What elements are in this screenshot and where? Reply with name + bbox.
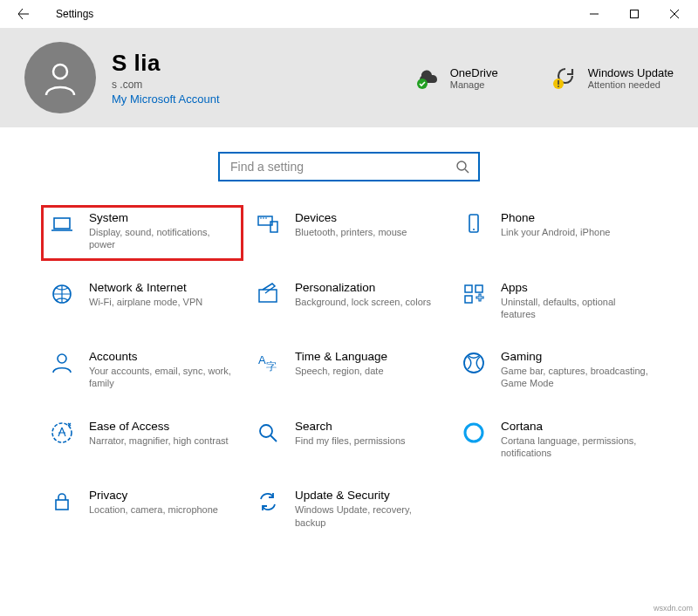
svg-point-20 [464,353,483,373]
category-desc: Display, sound, notifications, power [89,226,237,251]
devices-icon [255,211,281,237]
svg-point-1 [53,65,67,79]
category-cortana[interactable]: CortanaCortana language, permissions, no… [461,420,649,460]
update-icon [551,65,579,90]
category-privacy[interactable]: PrivacyLocation, camera, microphone [49,489,237,529]
category-desc: Narrator, magnifier, high contrast [89,435,229,447]
svg-point-22 [260,425,272,437]
svg-rect-16 [465,296,472,303]
category-desc: Link your Android, iPhone [501,226,610,238]
search-input[interactable] [229,159,448,175]
category-title: Cortana [501,420,649,433]
search-icon [255,420,281,446]
category-desc: Find my files, permissions [295,435,406,447]
svg-text:字: 字 [266,360,277,373]
close-button[interactable] [654,0,695,28]
category-title: Network & Internet [89,281,202,294]
category-title: Apps [501,281,649,294]
arrow-left-icon [17,8,30,20]
language-icon: A字 [255,350,281,376]
ms-account-link[interactable]: My Microsoft Account [112,92,304,106]
category-desc: Wi-Fi, airplane mode, VPN [89,296,202,308]
svg-rect-24 [56,500,68,510]
svg-rect-4 [558,80,559,85]
search-box[interactable] [218,152,480,181]
user-email: s .com [112,79,304,91]
update-sub: Attention needed [588,79,674,90]
back-button[interactable] [3,0,44,28]
category-grid: SystemDisplay, sound, notifications, pow… [0,197,698,539]
svg-rect-0 [631,10,639,18]
search-wrap [0,152,698,181]
category-accounts[interactable]: AccountsYour accounts, email, sync, work… [49,350,237,390]
svg-rect-7 [54,218,70,229]
category-desc: Location, camera, microphone [89,503,218,516]
maximize-icon [630,10,639,18]
svg-rect-9 [270,222,277,232]
category-system[interactable]: SystemDisplay, sound, notifications, pow… [42,206,243,260]
ease-icon [49,420,75,446]
category-title: Devices [295,211,407,224]
category-title: Update & Security [295,489,443,502]
category-network[interactable]: Network & InternetWi-Fi, airplane mode, … [49,281,237,321]
svg-point-6 [457,161,466,170]
update-label: Windows Update [588,66,674,79]
category-title: Phone [501,211,610,224]
cortana-icon [461,420,487,446]
category-update[interactable]: Update & SecurityWindows Update, recover… [255,489,443,529]
category-title: Privacy [89,489,218,502]
onedrive-label: OneDrive [450,66,498,79]
phone-icon [461,211,487,237]
window-title: Settings [56,8,93,20]
category-desc: Game bar, captures, broadcasting, Game M… [501,365,649,390]
xbox-icon [461,350,487,376]
person-icon [49,350,75,376]
svg-text:A: A [258,353,266,366]
sync-icon [255,489,281,515]
svg-rect-15 [476,285,482,292]
category-desc: Windows Update, recovery, backup [295,503,443,529]
category-desc: Cortana language, permissions, notificat… [501,435,649,460]
category-title: Search [295,420,406,433]
minimize-icon [590,10,599,18]
apps-icon [461,281,487,307]
user-block: S lia s .com My Microsoft Account [112,50,304,106]
category-devices[interactable]: DevicesBluetooth, printers, mouse [255,211,443,251]
user-name: S lia [112,50,304,77]
category-title: System [89,211,237,224]
account-banner: S lia s .com My Microsoft Account OneDri… [0,28,698,127]
category-title: Ease of Access [89,420,229,433]
onedrive-cloud-icon [414,65,441,90]
svg-rect-14 [465,285,472,292]
category-phone[interactable]: PhoneLink your Android, iPhone [461,211,649,251]
minimize-button[interactable] [574,0,614,28]
svg-point-23 [465,424,482,441]
avatar[interactable] [24,42,96,113]
globe-icon [49,281,75,307]
onedrive-tile[interactable]: OneDrive Manage [414,65,536,90]
onedrive-sub: Manage [450,79,498,90]
titlebar: Settings [0,0,698,28]
svg-point-17 [58,354,66,363]
category-search[interactable]: SearchFind my files, permissions [255,420,443,460]
category-gaming[interactable]: GamingGame bar, captures, broadcasting, … [461,350,649,390]
svg-rect-5 [558,86,559,87]
close-icon [670,10,679,18]
paint-icon [255,281,281,307]
watermark: wsxdn.com [654,604,693,613]
category-desc: Background, lock screen, colors [295,296,431,308]
category-apps[interactable]: AppsUninstall, defaults, optional featur… [461,281,649,321]
maximize-button[interactable] [614,0,654,28]
category-time[interactable]: A字 Time & LanguageSpeech, region, date [255,350,443,390]
person-icon [41,58,79,97]
category-title: Time & Language [295,350,387,363]
category-ease[interactable]: Ease of AccessNarrator, magnifier, high … [49,420,237,460]
category-desc: Speech, region, date [295,365,387,377]
svg-point-11 [473,229,475,230]
laptop-icon [49,211,75,237]
windows-update-tile[interactable]: Windows Update Attention needed [551,65,674,90]
category-desc: Bluetooth, printers, mouse [295,226,407,238]
category-title: Gaming [501,350,649,363]
lock-icon [49,489,75,515]
category-personalization[interactable]: PersonalizationBackground, lock screen, … [255,281,443,321]
